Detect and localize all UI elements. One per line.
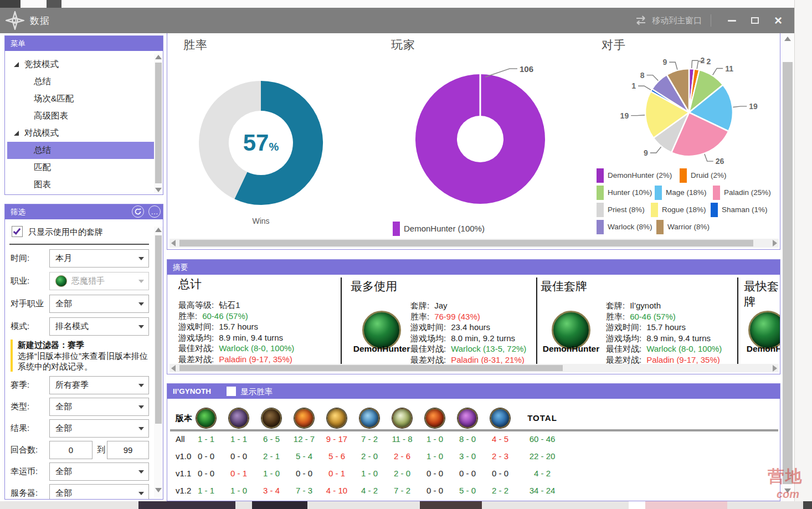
turns-from-input[interactable]: 0 bbox=[49, 441, 92, 459]
menu-item-4[interactable]: 对战模式 bbox=[7, 125, 155, 142]
chevron-down-icon bbox=[138, 280, 144, 283]
record-cell: 11 - 8 bbox=[386, 434, 419, 444]
stat-value: 8.9 min, 9.4 turns bbox=[219, 333, 283, 342]
opponent-chart-legend: DemonHunter (2%)Druid (2%)Hunter (10%)Ma… bbox=[597, 167, 780, 235]
move-to-main-window-button[interactable]: 移动到主窗口 bbox=[652, 16, 702, 26]
scroll-left-icon[interactable] bbox=[171, 365, 176, 372]
menu-item-2[interactable]: 场次&匹配 bbox=[7, 90, 155, 107]
record-cell: 0 - 0 bbox=[189, 451, 223, 461]
filter-select-value: 排名模式 bbox=[55, 321, 89, 332]
note-title: 新建过滤器：赛季 bbox=[18, 340, 153, 350]
summary-stat-line: 游戏时间:15.7 hours bbox=[606, 322, 722, 333]
scroll-up-icon[interactable] bbox=[155, 228, 162, 232]
stat-value: Warlock (8-0, 100%) bbox=[646, 344, 722, 353]
record-cell: 0 - 0 bbox=[418, 486, 451, 495]
filter-scrollbar[interactable] bbox=[154, 227, 163, 498]
menu-scrollbar[interactable] bbox=[154, 54, 163, 193]
filter-select-value: 全部 bbox=[55, 299, 72, 309]
record-cell: 0 - 0 bbox=[287, 469, 321, 478]
summary-column-title: 最佳套牌 bbox=[541, 279, 587, 294]
scroll-down-icon[interactable] bbox=[155, 488, 162, 492]
scrollbar-thumb[interactable] bbox=[179, 240, 753, 246]
menu-item-6[interactable]: 匹配 bbox=[7, 159, 155, 176]
note-line: 选择“旧版本排位”来查看旧版本排位 bbox=[18, 351, 153, 361]
record-cell: 1 - 1 bbox=[189, 434, 223, 444]
stat-label: 套牌: bbox=[410, 301, 429, 310]
show-winrate-checkbox[interactable] bbox=[227, 387, 236, 396]
menu-item-3[interactable]: 高级图表 bbox=[7, 107, 155, 125]
scroll-down-icon[interactable] bbox=[784, 489, 791, 493]
filter-select-top-3[interactable]: 排名模式 bbox=[49, 317, 149, 336]
menu-item-5[interactable]: 总结 bbox=[7, 142, 155, 159]
legend-item-Druid: Druid (2%) bbox=[680, 167, 746, 184]
scrollbar-thumb[interactable] bbox=[783, 62, 793, 484]
record-cell: 2 - 2 bbox=[484, 486, 517, 495]
record-cell: 3 - 0 bbox=[451, 451, 484, 461]
scroll-right-icon[interactable] bbox=[773, 240, 777, 246]
record-cell: 1 - 0 bbox=[222, 486, 255, 495]
turns-between-label: 到 bbox=[97, 445, 105, 455]
total-cell: 34 - 24 bbox=[516, 486, 569, 495]
stat-label: 游戏场均: bbox=[410, 333, 446, 343]
filter-select-bottom2-1[interactable]: 全部 bbox=[49, 484, 149, 500]
decks-in-use-checkbox[interactable] bbox=[12, 226, 23, 237]
legend-swatch bbox=[597, 220, 604, 234]
main-vertical-scrollbar[interactable] bbox=[781, 33, 794, 501]
callout-line bbox=[631, 115, 645, 116]
record-cell: 7 - 3 bbox=[287, 486, 321, 495]
menu-item-label: 高级图表 bbox=[34, 110, 68, 122]
background-thumbnail bbox=[629, 501, 645, 509]
charts-horizontal-scrollbar[interactable] bbox=[169, 239, 779, 248]
stat-value: 76-99 (43%) bbox=[434, 312, 480, 321]
filter-select-bottom2-0[interactable]: 全部 bbox=[49, 462, 149, 481]
menu-item-1[interactable]: 总结 bbox=[7, 73, 155, 90]
scroll-up-icon[interactable] bbox=[155, 55, 162, 59]
record-cell: 2 - 1 bbox=[255, 451, 288, 461]
scrollbar-thumb[interactable] bbox=[155, 63, 162, 183]
legend-swatch bbox=[680, 168, 687, 183]
warrior-class-icon bbox=[490, 408, 510, 428]
background-area bbox=[794, 0, 812, 509]
scroll-down-icon[interactable] bbox=[155, 188, 162, 192]
summary-column-title: 最快套牌 bbox=[744, 279, 780, 310]
filter-select-top-1[interactable]: 恶魔猎手 bbox=[49, 272, 149, 290]
tree-expander-icon[interactable] bbox=[14, 62, 19, 67]
filter-select-top-0[interactable]: 本月 bbox=[49, 249, 149, 268]
filter-select-bottom-1[interactable]: 全部 bbox=[49, 398, 149, 416]
version-column-header: 版本 bbox=[176, 413, 192, 424]
hearthstone-data-icon bbox=[6, 11, 24, 30]
tree-expander-icon[interactable] bbox=[14, 131, 19, 136]
scroll-left-icon[interactable] bbox=[171, 240, 176, 246]
turns-to-input[interactable]: 99 bbox=[107, 441, 149, 459]
scrollbar-thumb[interactable] bbox=[155, 235, 162, 424]
menu-item-0[interactable]: 竞技模式 bbox=[7, 56, 155, 73]
filter-select-bottom-0[interactable]: 所有赛季 bbox=[49, 376, 149, 394]
close-button[interactable]: × bbox=[769, 12, 788, 29]
scroll-right-icon[interactable] bbox=[773, 365, 777, 372]
legend-item-Warrior: Warrior (8%) bbox=[656, 218, 716, 235]
legend-label: Hunter (10%) bbox=[608, 188, 652, 197]
filter-select-bottom-2[interactable]: 全部 bbox=[49, 419, 149, 438]
filter-select-top-2[interactable]: 全部 bbox=[49, 295, 149, 313]
record-cell: 7 - 2 bbox=[386, 486, 419, 495]
background-window-fragment bbox=[47, 0, 61, 8]
scrollbar-thumb[interactable] bbox=[179, 365, 563, 371]
legend-label: Warlock (8%) bbox=[608, 223, 652, 231]
opponent-pie-svg: 22111926919189 bbox=[614, 54, 780, 181]
minimize-button[interactable] bbox=[722, 12, 741, 29]
pie-slice-label: 19 bbox=[749, 102, 758, 111]
menu-item-7[interactable]: 图表 bbox=[7, 176, 155, 193]
scroll-up-icon[interactable] bbox=[784, 37, 791, 41]
summary-horizontal-scrollbar[interactable] bbox=[169, 364, 779, 372]
menu-item-label: 匹配 bbox=[34, 162, 51, 173]
maximize-button[interactable] bbox=[746, 12, 764, 29]
legend-label: Rogue (18%) bbox=[662, 205, 706, 214]
stat-value: Paladin (8-31, 21%) bbox=[451, 355, 525, 364]
total-cell: 22 - 20 bbox=[516, 451, 569, 461]
window-title: 数据 bbox=[30, 14, 50, 27]
deck-table-panel: Il’GYNOTH 显示胜率 版本 TOTAL All1 - 11 - 16 -… bbox=[167, 383, 780, 501]
summary-column-title: 总计 bbox=[178, 276, 202, 292]
background-window-fragment bbox=[0, 0, 20, 8]
titlebar-controls: 移动到主窗口 × bbox=[634, 8, 790, 33]
background-thumbnail bbox=[645, 501, 727, 509]
